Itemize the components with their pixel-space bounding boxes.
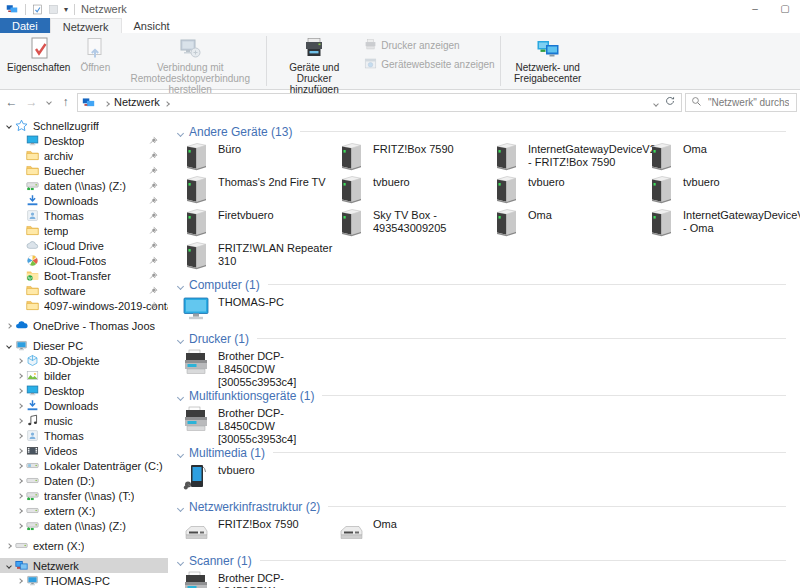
chevron-expanded-icon[interactable] <box>178 333 183 345</box>
back-button[interactable]: ← <box>3 93 20 111</box>
device-tile[interactable]: FRITZ!Box 7590 <box>338 141 493 174</box>
chevron-collapsed-icon[interactable] <box>4 544 14 548</box>
chevron-expanded-icon[interactable] <box>4 564 14 568</box>
sidebar-item-boot-transfer[interactable]: Boot-Transfer <box>0 268 168 283</box>
chevron-expanded-icon[interactable] <box>178 501 183 513</box>
chevron-expanded-icon[interactable] <box>178 555 183 567</box>
geratewebseite-anzeigen-button[interactable]: Gerätewebseite anzeigen <box>364 57 494 72</box>
sidebar-item-software[interactable]: software <box>0 283 168 298</box>
up-button[interactable]: ↑ <box>57 93 74 111</box>
device-tile[interactable]: THOMAS-PC <box>183 294 338 327</box>
address-dropdown-icon[interactable] <box>654 96 658 108</box>
chevron-collapsed-icon[interactable] <box>15 464 25 468</box>
device-tile[interactable]: tvbuero <box>338 174 493 207</box>
chevron-collapsed-icon[interactable] <box>15 509 25 513</box>
device-tile[interactable]: Brother DCP-L8450CDW [30055c3953c4] <box>183 405 338 441</box>
device-tile[interactable]: Sky TV Box - 493543009205 <box>338 207 493 240</box>
chevron-collapsed-icon[interactable] <box>15 494 25 498</box>
drucker-anzeigen-button[interactable]: Drucker anzeigen <box>364 38 494 53</box>
sidebar-item-extern-x[interactable]: extern (X:) <box>0 538 168 553</box>
sidebar-item-downloads[interactable]: Downloads <box>0 398 168 413</box>
tab-ansicht[interactable]: Ansicht <box>122 18 182 33</box>
device-tile[interactable]: Oma <box>338 516 493 549</box>
chevron-collapsed-icon[interactable] <box>15 419 25 423</box>
device-tile[interactable]: InternetGatewayDeviceV2 - FRITZ!Box 7590 <box>493 141 648 174</box>
sidebar-item-icloud-drive[interactable]: iCloud Drive <box>0 238 168 253</box>
device-tile[interactable]: Thomas's 2nd Fire TV <box>183 174 338 207</box>
sidebar-item-lokaler-datentrager-c[interactable]: Lokaler Datenträger (C:) <box>0 458 168 473</box>
sidebar-item-3d-objekte[interactable]: 3D-Objekte <box>0 353 168 368</box>
sidebar-item-daten-nas-z[interactable]: daten (\\nas) (Z:) <box>0 178 168 193</box>
chevron-collapsed-icon[interactable] <box>4 324 14 328</box>
sidebar-item-music[interactable]: music <box>0 413 168 428</box>
sidebar-item-thomas-pc[interactable]: THOMAS-PC <box>0 573 168 588</box>
chevron-collapsed-icon[interactable] <box>15 579 25 583</box>
group-header-netzwerkinfrastruktur-2[interactable]: Netzwerkinfrastruktur (2) <box>178 498 800 515</box>
sidebar-item-dieser-pc[interactable]: Dieser PC <box>0 338 168 353</box>
recent-locations-caret-icon[interactable] <box>43 93 54 111</box>
breadcrumb[interactable]: Netzwerk <box>114 96 160 108</box>
sidebar-item-transfer-nas-t[interactable]: transfer (\\nas) (T:) <box>0 488 168 503</box>
sidebar-item-thomas[interactable]: Thomas <box>0 208 168 223</box>
properties-quick-icon[interactable] <box>30 3 44 16</box>
maximize-button[interactable]: ▢ <box>770 0 800 18</box>
chevron-collapsed-icon[interactable] <box>15 359 25 363</box>
group-header-drucker-1[interactable]: Drucker (1) <box>178 330 800 347</box>
verbindung-mit-remotedesktopverbindung-herstellen-button[interactable]: Verbindung mit Remotedesktopverbindung h… <box>115 35 265 96</box>
address-bar[interactable]: Netzwerk <box>77 93 682 112</box>
breadcrumb-chevron-icon[interactable] <box>165 96 169 108</box>
group-header-scanner-1[interactable]: Scanner (1) <box>178 552 800 569</box>
device-tile[interactable]: FRITZ!WLAN Repeater 310 <box>183 240 338 273</box>
qat-customize-caret-icon[interactable]: ▾ <box>64 5 68 14</box>
group-header-andere-gerate-13[interactable]: Andere Geräte (13) <box>178 123 800 140</box>
chevron-collapsed-icon[interactable] <box>15 524 25 528</box>
blank-quick-icon[interactable] <box>46 3 60 16</box>
sidebar-item-downloads[interactable]: Downloads <box>0 193 168 208</box>
group-header-multimedia-1[interactable]: Multimedia (1) <box>178 444 800 461</box>
device-tile[interactable]: Oma <box>648 141 800 174</box>
search-box[interactable] <box>685 93 797 112</box>
sidebar-item-icloud-fotos[interactable]: iCloud-Fotos <box>0 253 168 268</box>
tab-datei[interactable]: Datei <box>0 18 50 33</box>
minimize-button[interactable]: – <box>740 0 770 18</box>
sidebar-item-extern-x[interactable]: extern (X:) <box>0 503 168 518</box>
sidebar-item-daten-nas-z[interactable]: daten (\\nas) (Z:) <box>0 518 168 533</box>
sidebar-item-archiv[interactable]: archiv <box>0 148 168 163</box>
forward-button[interactable]: → <box>23 93 40 111</box>
device-tile[interactable]: Firetvbuero <box>183 207 338 240</box>
device-tile[interactable]: InternetGatewayDeviceV2 - Oma <box>648 207 800 240</box>
sidebar-item-netzwerk[interactable]: Netzwerk <box>0 558 168 573</box>
device-tile[interactable]: Büro <box>183 141 338 174</box>
device-tile[interactable]: FRITZ!Box 7590 <box>183 516 338 549</box>
chevron-collapsed-icon[interactable] <box>15 479 25 483</box>
netzwerk-und-freigabecenter-button[interactable]: Netzwerk- und Freigabecenter <box>502 35 594 84</box>
chevron-collapsed-icon[interactable] <box>15 434 25 438</box>
gerate-und-drucker-hinzufugen-button[interactable]: Geräte und Drucker hinzufügen <box>268 35 360 96</box>
chevron-expanded-icon[interactable] <box>178 279 183 291</box>
eigenschaften-button[interactable]: Eigenschaften <box>2 35 75 73</box>
chevron-expanded-icon[interactable] <box>4 344 14 348</box>
chevron-expanded-icon[interactable] <box>178 390 183 402</box>
chevron-collapsed-icon[interactable] <box>15 374 25 378</box>
sidebar-item-daten-d[interactable]: Daten (D:) <box>0 473 168 488</box>
search-input[interactable] <box>706 96 791 109</box>
device-tile[interactable]: Oma <box>493 207 648 240</box>
tab-netzwerk[interactable]: Netzwerk <box>50 18 122 33</box>
sidebar-item-thomas[interactable]: Thomas <box>0 428 168 443</box>
sidebar-item-desktop[interactable]: Desktop <box>0 383 168 398</box>
sidebar-item-videos[interactable]: Videos <box>0 443 168 458</box>
device-tile[interactable]: tvbuero <box>183 462 338 495</box>
group-header-computer-1[interactable]: Computer (1) <box>178 276 800 293</box>
sidebar-item-bilder[interactable]: bilder <box>0 368 168 383</box>
sidebar-item-schnellzugriff[interactable]: Schnellzugriff <box>0 118 168 133</box>
device-tile[interactable]: Brother DCP-L8450CDW [30055c3953c4] <box>183 570 338 588</box>
offnen-button[interactable]: Öffnen <box>75 35 115 73</box>
sidebar-item-onedrive-thomas-joos[interactable]: OneDrive - Thomas Joos <box>0 318 168 333</box>
device-tile[interactable]: tvbuero <box>493 174 648 207</box>
sidebar-item-temp[interactable]: temp <box>0 223 168 238</box>
chevron-collapsed-icon[interactable] <box>15 404 25 408</box>
chevron-collapsed-icon[interactable] <box>15 449 25 453</box>
sidebar-item-buecher[interactable]: Buecher <box>0 163 168 178</box>
group-header-multifunktionsgerate-1[interactable]: Multifunktionsgeräte (1) <box>178 387 800 404</box>
sidebar-item-4097-windows-2019-container[interactable]: 4097-windows-2019-container <box>0 298 168 313</box>
